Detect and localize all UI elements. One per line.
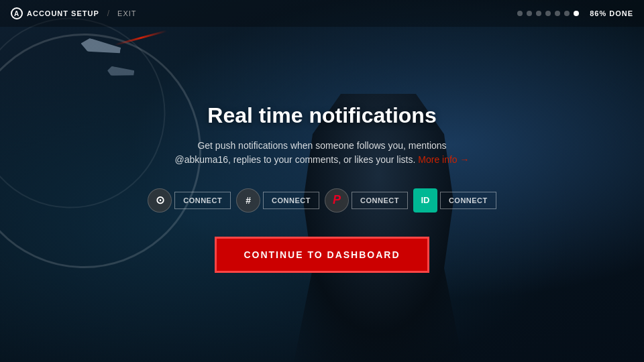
- topbar-left: A ACCOUNT SETUP / EXIT: [11, 7, 137, 19]
- service-hashtag: # Connect: [236, 188, 319, 213]
- main-content: Real time notifications Get push notific…: [0, 0, 644, 362]
- headline: Real time notifications: [207, 103, 436, 128]
- dot-4: [545, 11, 551, 16]
- service-chrome: ⊙ Connect: [148, 188, 231, 213]
- topbar: A ACCOUNT SETUP / EXIT 86% DONE: [0, 0, 644, 27]
- id-icon: ID: [413, 188, 437, 213]
- separator: /: [107, 9, 109, 18]
- dot-6: [564, 11, 570, 16]
- dot-2: [527, 11, 532, 16]
- connect-services-row: ⊙ Connect # Connect P Connect ID Connect: [148, 188, 496, 213]
- pinterest-icon: P: [325, 188, 349, 213]
- account-setup-label: A ACCOUNT SETUP: [11, 7, 99, 19]
- connect-pinterest-button[interactable]: Connect: [352, 192, 408, 209]
- connect-id-button[interactable]: Connect: [440, 192, 496, 209]
- dot-1: [517, 11, 523, 16]
- continue-to-dashboard-button[interactable]: CONTINUE TO DASHBOARD: [215, 237, 429, 273]
- connect-chrome-button[interactable]: Connect: [174, 192, 231, 209]
- dot-3: [536, 11, 541, 16]
- topbar-right: 86% DONE: [517, 9, 633, 17]
- progress-dots: [517, 11, 579, 16]
- more-info-link[interactable]: More info →: [418, 154, 469, 165]
- exit-button[interactable]: EXIT: [117, 9, 136, 17]
- connect-hashtag-button[interactable]: Connect: [263, 192, 319, 209]
- hashtag-icon: #: [236, 188, 260, 213]
- account-icon: A: [11, 7, 23, 19]
- chrome-icon: ⊙: [148, 188, 172, 213]
- service-pinterest: P Connect: [325, 188, 408, 213]
- progress-label: 86% DONE: [590, 9, 633, 17]
- dot-5: [555, 11, 560, 16]
- service-id: ID Connect: [413, 188, 496, 213]
- dot-7-active: [574, 11, 579, 16]
- subtext: Get push notifications when someone foll…: [174, 139, 470, 167]
